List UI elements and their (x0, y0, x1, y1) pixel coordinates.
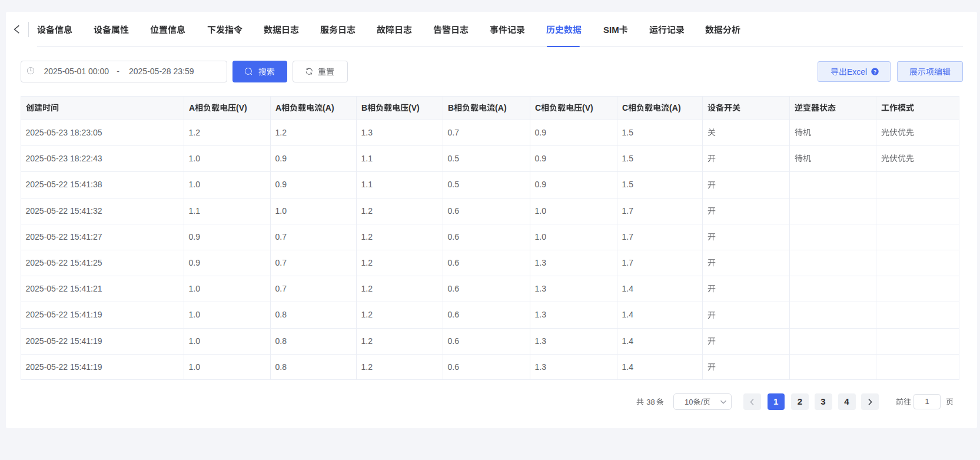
svg-text:C: C (535, 103, 541, 112)
svg-text:C: C (622, 103, 628, 112)
svg-text:(A): (A) (669, 103, 680, 112)
svg-text:SIM: SIM (603, 25, 619, 35)
svg-text:(V): (V) (236, 103, 247, 112)
svg-text:(V): (V) (408, 103, 420, 112)
svg-text:A: A (189, 103, 195, 112)
svg-text:B: B (448, 103, 454, 112)
svg-text:(A): (A) (323, 103, 334, 112)
svg-text:(V): (V) (582, 103, 593, 112)
svg-text:?: ? (873, 68, 877, 74)
svg-text:(A): (A) (495, 103, 506, 112)
svg-text:A: A (275, 103, 281, 112)
svg-text:10: 10 (685, 398, 693, 406)
svg-text:Excel: Excel (847, 67, 867, 77)
svg-text:/: / (700, 398, 703, 406)
svg-text:38: 38 (646, 398, 655, 406)
svg-text:B: B (361, 103, 367, 112)
